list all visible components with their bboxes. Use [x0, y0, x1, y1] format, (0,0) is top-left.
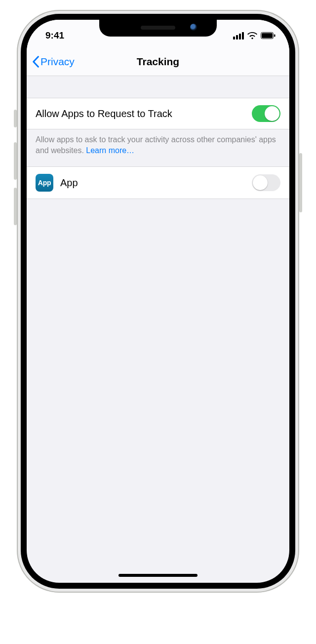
learn-more-link[interactable]: Learn more…	[86, 146, 134, 155]
device-side-button	[14, 188, 17, 225]
device-side-button	[14, 142, 17, 180]
front-camera	[190, 24, 197, 31]
status-time: 9:41	[40, 26, 64, 41]
speaker-grille	[141, 26, 175, 30]
battery-icon	[261, 32, 276, 39]
allow-apps-to-request-cell: Allow Apps to Request to Track	[27, 98, 289, 129]
app-info: App App	[36, 174, 78, 192]
app-tracking-cell: App App	[27, 166, 289, 199]
section-footer: Allow apps to ask to track your activity…	[27, 129, 289, 166]
stage: 9:41	[0, 0, 316, 644]
svg-rect-1	[262, 33, 273, 38]
wifi-icon	[247, 32, 257, 40]
device-side-button	[14, 110, 17, 127]
content: Allow Apps to Request to Track Allow app…	[27, 76, 289, 583]
device-bezel: 9:41	[21, 14, 295, 589]
app-icon-text: App	[38, 179, 51, 187]
app-tracking-toggle[interactable]	[252, 174, 280, 191]
status-icons	[233, 28, 276, 40]
cellular-icon	[233, 32, 244, 40]
back-button[interactable]: Privacy	[27, 56, 75, 68]
chevron-left-icon	[32, 56, 40, 68]
home-indicator[interactable]	[118, 574, 198, 577]
screen: 9:41	[27, 20, 289, 583]
device-frame: 9:41	[17, 10, 299, 593]
svg-rect-2	[274, 35, 276, 37]
section-footer-text: Allow apps to ask to track your activity…	[36, 135, 276, 155]
app-name-label: App	[60, 177, 78, 189]
back-label: Privacy	[40, 56, 75, 68]
notch	[99, 20, 217, 37]
app-icon: App	[36, 174, 53, 192]
allow-apps-to-request-label: Allow Apps to Request to Track	[36, 108, 172, 120]
nav-bar: Privacy Tracking	[27, 47, 289, 76]
device-side-button	[299, 153, 302, 212]
allow-apps-to-request-toggle[interactable]	[252, 105, 280, 122]
